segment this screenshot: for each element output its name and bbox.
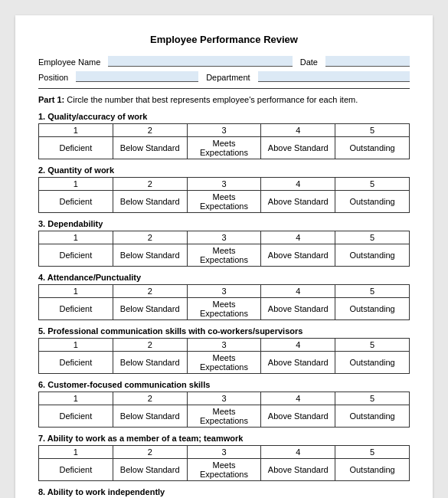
rating-label-6-2: Below Standard	[113, 405, 187, 428]
rating-label-3-2: Below Standard	[113, 244, 187, 267]
rating-number-1-5[interactable]: 5	[335, 124, 410, 137]
rating-number-5-4[interactable]: 4	[261, 339, 335, 352]
rating-label-4-3: Meets Expectations	[187, 298, 261, 320]
rating-number-4-1[interactable]: 1	[39, 285, 113, 298]
rating-number-6-1[interactable]: 1	[39, 392, 113, 405]
rating-label-7-4: Above Standard	[261, 459, 335, 481]
rating-number-4-2[interactable]: 2	[113, 285, 187, 298]
rating-number-7-4[interactable]: 4	[261, 446, 335, 459]
rating-number-5-1[interactable]: 1	[39, 339, 113, 352]
rating-label-3-1: Deficient	[39, 244, 113, 267]
rating-label-2-3: Meets Expectations	[187, 191, 261, 213]
rating-label-6-3: Meets Expectations	[187, 405, 261, 428]
rating-table-2: 12345DeficientBelow StandardMeets Expect…	[38, 177, 410, 213]
rating-label-1-1: Deficient	[39, 137, 113, 159]
rating-label-5-5: Outstanding	[335, 352, 410, 374]
rating-label-5-3: Meets Expectations	[187, 352, 261, 374]
rating-number-2-1[interactable]: 1	[39, 178, 113, 191]
rating-number-1-2[interactable]: 2	[113, 124, 187, 137]
rating-label-6-4: Above Standard	[261, 405, 335, 428]
employee-name-label: Employee Name	[38, 57, 100, 67]
position-row: Position Department	[38, 71, 410, 82]
rating-label-2-5: Outstanding	[335, 191, 410, 213]
rating-label-2-1: Deficient	[39, 191, 113, 213]
section-title-8: 8. Ability to work independently	[38, 487, 410, 496]
rating-number-7-2[interactable]: 2	[113, 446, 187, 459]
rating-label-4-4: Above Standard	[261, 298, 335, 320]
rating-number-7-3[interactable]: 3	[187, 446, 261, 459]
position-input[interactable]	[76, 71, 198, 82]
rating-number-4-3[interactable]: 3	[187, 285, 261, 298]
rating-label-3-4: Above Standard	[261, 244, 335, 267]
rating-number-1-3[interactable]: 3	[187, 124, 261, 137]
employee-name-row: Employee Name Date	[38, 56, 410, 67]
divider	[38, 88, 410, 89]
rating-number-7-1[interactable]: 1	[39, 446, 113, 459]
rating-label-5-4: Above Standard	[261, 352, 335, 374]
rating-label-5-2: Below Standard	[113, 352, 187, 374]
position-label: Position	[38, 73, 68, 82]
rating-number-5-3[interactable]: 3	[187, 339, 261, 352]
rating-label-6-1: Deficient	[39, 405, 113, 428]
rating-label-4-5: Outstanding	[335, 298, 410, 320]
sections-container: 1. Quality/accuracy of work12345Deficien…	[38, 112, 410, 498]
section-title-2: 2. Quantity of work	[38, 165, 410, 175]
date-label: Date	[300, 57, 318, 67]
section-title-7: 7. Ability to work as a member of a team…	[38, 434, 410, 443]
rating-table-5: 12345DeficientBelow StandardMeets Expect…	[38, 338, 410, 374]
rating-number-3-1[interactable]: 1	[39, 231, 113, 244]
employee-name-input[interactable]	[108, 56, 292, 67]
page: Employee Performance Review Employee Nam…	[15, 15, 433, 498]
rating-number-5-5[interactable]: 5	[335, 339, 410, 352]
rating-number-3-4[interactable]: 4	[261, 231, 335, 244]
rating-label-3-3: Meets Expectations	[187, 244, 261, 267]
rating-number-2-2[interactable]: 2	[113, 178, 187, 191]
section-title-3: 3. Dependability	[38, 219, 410, 228]
section-title-4: 4. Attendance/Punctuality	[38, 273, 410, 282]
part-instruction: Part 1: Circle the number that best repr…	[38, 95, 410, 104]
rating-table-7: 12345DeficientBelow StandardMeets Expect…	[38, 445, 410, 481]
rating-label-4-2: Below Standard	[113, 298, 187, 320]
rating-table-1: 12345DeficientBelow StandardMeets Expect…	[38, 123, 410, 159]
rating-number-2-5[interactable]: 5	[335, 178, 410, 191]
rating-number-1-4[interactable]: 4	[261, 124, 335, 137]
rating-label-2-4: Above Standard	[261, 191, 335, 213]
page-title: Employee Performance Review	[38, 34, 410, 45]
rating-table-4: 12345DeficientBelow StandardMeets Expect…	[38, 284, 410, 320]
rating-number-6-5[interactable]: 5	[335, 392, 410, 405]
rating-label-2-2: Below Standard	[113, 191, 187, 213]
rating-number-1-1[interactable]: 1	[39, 124, 113, 137]
date-input[interactable]	[325, 56, 410, 67]
department-input[interactable]	[258, 71, 410, 82]
part-label: Part 1:	[38, 95, 64, 104]
rating-label-7-1: Deficient	[39, 459, 113, 481]
rating-label-6-5: Outstanding	[335, 405, 410, 428]
rating-label-7-3: Meets Expectations	[187, 459, 261, 481]
rating-number-2-3[interactable]: 3	[187, 178, 261, 191]
rating-number-5-2[interactable]: 2	[113, 339, 187, 352]
rating-label-1-4: Above Standard	[261, 137, 335, 159]
rating-label-1-5: Outstanding	[335, 137, 410, 159]
rating-number-3-5[interactable]: 5	[335, 231, 410, 244]
rating-table-6: 12345DeficientBelow StandardMeets Expect…	[38, 392, 410, 428]
rating-label-7-2: Below Standard	[113, 459, 187, 481]
rating-label-5-1: Deficient	[39, 352, 113, 374]
section-title-6: 6. Customer-focused communication skills	[38, 380, 410, 389]
rating-label-4-1: Deficient	[39, 298, 113, 320]
rating-number-3-3[interactable]: 3	[187, 231, 261, 244]
rating-number-4-5[interactable]: 5	[335, 285, 410, 298]
rating-table-3: 12345DeficientBelow StandardMeets Expect…	[38, 231, 410, 267]
rating-label-1-3: Meets Expectations	[187, 137, 261, 159]
rating-number-6-4[interactable]: 4	[261, 392, 335, 405]
rating-label-1-2: Below Standard	[113, 137, 187, 159]
instruction-text: Circle the number that best represents e…	[64, 95, 358, 104]
rating-label-3-5: Outstanding	[335, 244, 410, 267]
section-title-5: 5. Professional communication skills wit…	[38, 326, 410, 336]
rating-number-6-3[interactable]: 3	[187, 392, 261, 405]
rating-number-2-4[interactable]: 4	[261, 178, 335, 191]
rating-number-7-5[interactable]: 5	[335, 446, 410, 459]
rating-number-4-4[interactable]: 4	[261, 285, 335, 298]
rating-label-7-5: Outstanding	[335, 459, 410, 481]
rating-number-6-2[interactable]: 2	[113, 392, 187, 405]
rating-number-3-2[interactable]: 2	[113, 231, 187, 244]
